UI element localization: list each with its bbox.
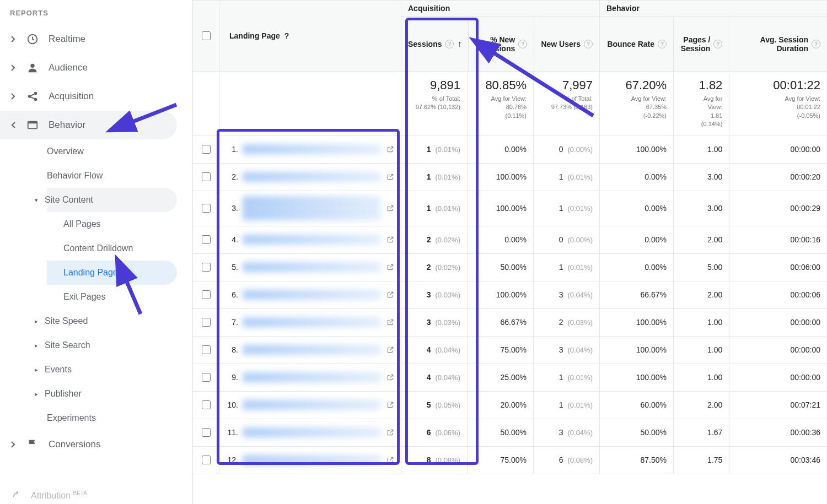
sidebar-sub-site-search[interactable]: ▸Site Search xyxy=(47,333,177,357)
external-link-icon[interactable] xyxy=(385,345,395,355)
cell-duration: 00:07:21 xyxy=(729,392,827,419)
help-icon[interactable]: ? xyxy=(584,40,593,48)
cell-landing-page[interactable]: 12. xyxy=(219,447,401,474)
landing-page-link-redacted[interactable] xyxy=(243,372,381,382)
external-link-icon[interactable] xyxy=(385,262,395,272)
sidebar-sub-behavior-flow[interactable]: Behavior Flow xyxy=(47,164,177,188)
sidebar-sub-publisher[interactable]: ▸Publisher xyxy=(47,382,177,406)
help-icon[interactable]: ? xyxy=(445,40,454,48)
external-link-icon[interactable] xyxy=(385,290,395,300)
external-link-icon[interactable] xyxy=(385,400,395,410)
header-col-bounce-rate[interactable]: Bounce Rate ? xyxy=(600,17,674,71)
landing-page-link-redacted[interactable] xyxy=(243,455,381,465)
header-col-avg-duration[interactable]: Avg. Session Duration ? xyxy=(729,17,827,71)
cell-landing-page[interactable]: 3. xyxy=(219,191,401,226)
sidebar-item-acquisition[interactable]: Acquisition xyxy=(0,82,177,111)
row-checkbox[interactable] xyxy=(202,204,211,213)
cell-landing-page[interactable]: 8. xyxy=(219,337,401,364)
help-icon[interactable]: ? xyxy=(658,40,667,48)
cell-sessions: 3(0.03%) xyxy=(401,309,468,336)
header-landing-page[interactable]: Landing Page ? xyxy=(219,1,401,71)
landing-page-link-redacted[interactable] xyxy=(243,172,381,182)
cell-landing-page[interactable]: 11. xyxy=(219,419,401,446)
chevron-right-icon xyxy=(10,441,17,448)
sidebar-sub-site-speed[interactable]: ▸Site Speed xyxy=(47,309,177,333)
row-checkbox[interactable] xyxy=(202,235,211,244)
row-index: 11. xyxy=(224,428,238,437)
external-link-icon[interactable] xyxy=(385,235,395,245)
row-index: 4. xyxy=(224,235,238,244)
landing-page-link-redacted[interactable] xyxy=(243,262,381,272)
help-icon[interactable]: ? xyxy=(284,31,289,40)
row-checkbox[interactable] xyxy=(202,290,211,299)
help-icon[interactable]: ? xyxy=(713,40,722,48)
cell-landing-page[interactable]: 1. xyxy=(219,136,401,163)
external-link-icon[interactable] xyxy=(385,455,395,465)
header-col-pages-session[interactable]: Pages / Session ? xyxy=(674,17,729,71)
external-link-icon[interactable] xyxy=(385,144,395,154)
external-link-icon[interactable] xyxy=(385,372,395,382)
cell-bounce: 0.00% xyxy=(600,191,674,226)
sidebar-sub2-landing-pages[interactable]: Landing Pages xyxy=(47,261,177,285)
cell-sessions: 2(0.02%) xyxy=(401,254,468,281)
cell-landing-page[interactable]: 4. xyxy=(219,226,401,253)
landing-page-link-redacted[interactable] xyxy=(243,235,381,245)
sidebar-item-attribution[interactable]: Attribution BETA xyxy=(10,489,87,503)
sidebar-item-audience[interactable]: Audience xyxy=(0,53,177,82)
row-index: 8. xyxy=(224,345,238,354)
landing-page-link-redacted[interactable] xyxy=(243,290,381,300)
cell-landing-page[interactable]: 6. xyxy=(219,281,401,308)
cell-bounce: 0.00% xyxy=(600,164,674,191)
sidebar-item-behavior[interactable]: Behavior xyxy=(0,111,177,139)
row-checkbox[interactable] xyxy=(202,345,211,354)
help-icon[interactable]: ? xyxy=(812,40,820,48)
row-checkbox[interactable] xyxy=(202,428,211,437)
sidebar-item-realtime[interactable]: Realtime xyxy=(0,25,177,53)
select-all-checkbox[interactable] xyxy=(202,31,211,40)
cell-landing-page[interactable]: 10. xyxy=(219,392,401,419)
header-col-pct-new-sessions[interactable]: % New Sessions ? xyxy=(469,17,534,71)
sidebar-sub-overview[interactable]: Overview xyxy=(47,139,177,164)
cell-landing-page[interactable]: 7. xyxy=(219,309,401,336)
help-icon[interactable]: ? xyxy=(518,40,527,48)
landing-page-link-redacted[interactable] xyxy=(243,427,381,437)
external-link-icon[interactable] xyxy=(385,317,395,327)
cell-sessions: 1(0.01%) xyxy=(401,164,468,191)
sidebar-sub2-all-pages[interactable]: All Pages xyxy=(47,212,177,236)
header-group-behavior: Behavior xyxy=(600,1,827,17)
row-checkbox[interactable] xyxy=(202,145,211,154)
sidebar-item-conversions[interactable]: Conversions xyxy=(0,430,177,459)
cell-pages: 2.00 xyxy=(674,226,729,253)
landing-page-link-redacted[interactable] xyxy=(243,400,381,410)
cell-new-users: 3(0.04%) xyxy=(534,337,599,364)
landing-page-link-redacted[interactable] xyxy=(243,144,381,154)
external-link-icon[interactable] xyxy=(385,427,395,437)
sidebar-sub2-content-drilldown[interactable]: Content Drilldown xyxy=(47,236,177,261)
landing-page-link-redacted[interactable] xyxy=(243,196,381,220)
landing-page-link-redacted[interactable] xyxy=(243,345,381,355)
external-link-icon[interactable] xyxy=(385,203,395,213)
chevron-right-icon xyxy=(10,36,17,42)
cell-landing-page[interactable]: 2. xyxy=(219,164,401,191)
cell-landing-page[interactable]: 5. xyxy=(219,254,401,281)
header-col-new-users[interactable]: New Users ? xyxy=(534,17,599,71)
cell-pages: 1.67 xyxy=(674,419,729,446)
external-link-icon[interactable] xyxy=(385,172,395,182)
row-checkbox[interactable] xyxy=(202,318,211,327)
row-checkbox[interactable] xyxy=(202,456,211,464)
row-checkbox[interactable] xyxy=(202,263,211,272)
row-checkbox[interactable] xyxy=(202,172,211,181)
cell-pct-new: 100.00% xyxy=(468,164,534,191)
sidebar-sub-events[interactable]: ▸Events xyxy=(47,357,177,382)
cell-pct-new: 100.00% xyxy=(468,191,534,226)
row-checkbox[interactable] xyxy=(202,373,211,382)
chevron-right-icon xyxy=(10,93,17,100)
sidebar-sub2-exit-pages[interactable]: Exit Pages xyxy=(47,285,177,309)
sidebar-sub-experiments[interactable]: Experiments xyxy=(47,406,177,430)
cell-landing-page[interactable]: 9. xyxy=(219,364,401,391)
landing-page-link-redacted[interactable] xyxy=(243,317,381,327)
header-col-sessions[interactable]: Sessions ? ↑ xyxy=(401,17,469,71)
summary-row: 9,891 % of Total:97.62% (10,132) 80.85% … xyxy=(193,72,827,136)
sidebar-sub-site-content[interactable]: ▾ Site Content xyxy=(47,188,177,212)
row-checkbox[interactable] xyxy=(202,400,211,409)
